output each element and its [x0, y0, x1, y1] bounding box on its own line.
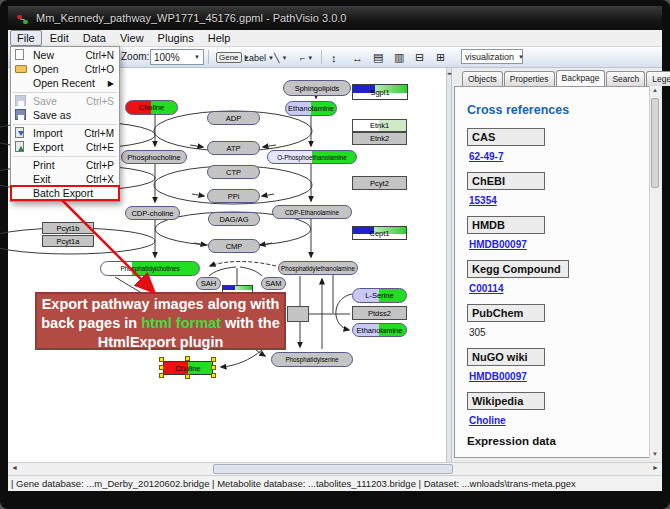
file-menu-item-save[interactable]: SaveCtrl+S	[11, 94, 119, 108]
backpage-content: Cross references CAS62-49-7ChEBI15354HMD…	[454, 86, 660, 458]
pathway-node-cept1[interactable]: Cept1	[352, 226, 407, 240]
file-menu-item-batch-export[interactable]: Batch Export	[11, 186, 119, 200]
line-tool-button[interactable]: ╲▼	[271, 49, 290, 66]
menu-edit[interactable]: Edit	[44, 31, 75, 45]
pathway-node-phosphatidylcholines[interactable]: Phosphatidylcholines	[100, 261, 200, 276]
pathway-node-phosphatidylserine[interactable]: Phosphatidylserine	[271, 352, 353, 367]
save-icon	[15, 95, 26, 106]
gene-tool-button-label: Gene	[216, 52, 242, 63]
file-menu-item-open[interactable]: OpenCtrl+O	[11, 62, 119, 76]
tab-properties[interactable]: Properties	[504, 71, 555, 86]
xref-value[interactable]: 62-49-7	[469, 151, 659, 162]
line-tool-button-label: ╲	[274, 53, 279, 63]
xref-section-title: ChEBI	[467, 172, 545, 190]
stack-vertical-button[interactable]: ⊟	[412, 49, 427, 66]
common-height-button[interactable]: ▤	[370, 49, 386, 66]
xref-section-title: CAS	[467, 128, 545, 146]
zoom-label: Zoom:	[121, 51, 149, 62]
vertical-scrollbar[interactable]: ▲ ▼	[649, 86, 660, 458]
xref-section: PubChem305	[467, 303, 659, 338]
pathway-node-sam[interactable]: SAM	[261, 277, 286, 290]
pathway-node-phosphatidylethanolamine[interactable]: Phosphatidylethanolamine	[278, 261, 358, 275]
tab-objects[interactable]: Objects	[462, 71, 503, 86]
menu-file[interactable]: File	[10, 30, 42, 46]
pathway-node-pcyt1a[interactable]: Pcyt1a	[42, 235, 94, 247]
menu-help[interactable]: Help	[202, 31, 237, 45]
pathway-node-dag-ag[interactable]: DAG/AG	[208, 212, 260, 226]
pathway-node-choline[interactable]: Choline	[125, 100, 178, 115]
vertical-scrollbar-thumb[interactable]	[651, 98, 659, 188]
file-menu-popup: NewCtrl+NOpenCtrl+OOpen Recent▶SaveCtrl+…	[10, 46, 120, 202]
menu-item-shortcut: Ctrl+S	[86, 96, 114, 107]
pathway-node[interactable]	[287, 306, 309, 322]
xref-section-title: Wikipedia	[467, 392, 545, 410]
align-horizontal-center-button[interactable]: ↔	[349, 49, 366, 66]
xref-section-title: HMDB	[467, 216, 545, 234]
pathway-node-ptdss2[interactable]: Ptdss2	[352, 306, 407, 320]
save-as-icon	[15, 109, 26, 120]
pathway-node-ethanolamine[interactable]: Ethanolamine	[285, 101, 337, 116]
xref-value[interactable]: 15354	[469, 195, 659, 206]
menu-item-label: New	[33, 49, 54, 61]
pathway-node-sah[interactable]: SAH	[196, 277, 221, 290]
stack-horizontal-button[interactable]: ⊞	[433, 49, 448, 66]
xref-value[interactable]: HMDB00097	[469, 371, 659, 382]
xref-section: ChEBI15354	[467, 171, 659, 206]
pathway-node-sphingolipids[interactable]: Sphingolipids	[283, 80, 351, 96]
menu-item-label: Open Recent	[33, 77, 95, 89]
pathway-node-cmp[interactable]: CMP	[208, 239, 260, 253]
pathway-node-ethanolamine[interactable]: Ethanolamine	[352, 323, 407, 337]
align-vertical-center-button[interactable]: ↕	[328, 49, 340, 66]
pathway-node-choline[interactable]: Choline	[163, 361, 213, 375]
pathway-node-ppi[interactable]: PPi	[207, 189, 260, 203]
xref-value[interactable]: C00114	[469, 283, 659, 294]
horizontal-scrollbar-thumb[interactable]	[213, 464, 453, 474]
file-menu-item-import[interactable]: ImportCtrl+M	[11, 126, 119, 140]
xref-value[interactable]: HMDB00097	[469, 239, 659, 250]
horizontal-scrollbar[interactable]: ◄ ►	[8, 462, 662, 475]
tab-search[interactable]: Search	[606, 71, 645, 86]
pathway-node-cdp-choline[interactable]: CDP-choline	[125, 206, 180, 220]
xref-section-title: Kegg Compound	[467, 260, 569, 278]
pathway-node-pcyt2[interactable]: Pcyt2	[352, 176, 407, 190]
pathway-node-o-phosphoethanolamine[interactable]: O-Phosphoethanolamine	[267, 150, 357, 164]
pathway-node-phosphocholine[interactable]: Phosphocholine	[121, 150, 187, 164]
tab-legend[interactable]: Legend	[646, 71, 670, 86]
menu-data[interactable]: Data	[77, 31, 112, 45]
pathway-node-sgpl1[interactable]: Sgpl1	[352, 84, 408, 100]
xref-value: 305	[469, 327, 659, 338]
pathway-node-adp[interactable]: ADP	[207, 111, 260, 125]
common-width-button[interactable]: ▥	[391, 49, 407, 66]
file-menu-item-new[interactable]: NewCtrl+N	[11, 48, 119, 62]
scroll-up-icon[interactable]: ▲	[650, 87, 660, 93]
pathway-node-cdp-ethanolamine[interactable]: CDP-Ethanolamine	[272, 205, 352, 219]
pathway-node-etnk1[interactable]: Etnk1	[352, 119, 407, 132]
tab-backpage[interactable]: Backpage	[556, 70, 606, 87]
annotation-callout: Export pathway images along with back pa…	[35, 292, 286, 350]
menu-view[interactable]: View	[114, 31, 150, 45]
import-icon	[15, 127, 24, 138]
file-menu-item-save-as[interactable]: Save as	[11, 108, 119, 122]
connector-tool-button[interactable]: ⌐▼	[297, 49, 316, 66]
xref-value[interactable]: Choline	[469, 415, 659, 426]
file-menu-item-export[interactable]: ExportCtrl+E	[11, 140, 119, 154]
chevron-down-icon: ▼	[281, 55, 287, 61]
pathway-node-etnk2[interactable]: Etnk2	[352, 132, 407, 145]
splitter-collapse-icon[interactable]: ◂▸	[447, 70, 451, 76]
pathway-node-pcyt1b[interactable]: Pcyt1b	[42, 222, 94, 234]
scroll-left-icon[interactable]: ◄	[11, 464, 18, 471]
visualization-combobox[interactable]: visualization ▼	[461, 49, 523, 64]
pathway-node-ctp[interactable]: CTP	[207, 165, 260, 179]
zoom-combobox[interactable]: 100% ▼	[150, 49, 204, 65]
menu-item-label: Save as	[33, 109, 71, 121]
file-menu-item-open-recent[interactable]: Open Recent▶	[11, 76, 119, 90]
scroll-down-icon[interactable]: ▼	[650, 451, 660, 457]
toolbar-separator	[208, 50, 209, 64]
pathway-node-l-serine[interactable]: L-Serine	[352, 288, 407, 303]
file-menu-item-print[interactable]: PrintCtrl+P	[11, 158, 119, 172]
scroll-right-icon[interactable]: ►	[652, 464, 659, 471]
open-folder-icon	[15, 65, 27, 73]
pathway-node-atp[interactable]: ATP	[207, 141, 260, 155]
file-menu-item-exit[interactable]: ExitCtrl+X	[11, 172, 119, 186]
menu-plugins[interactable]: Plugins	[152, 31, 200, 45]
